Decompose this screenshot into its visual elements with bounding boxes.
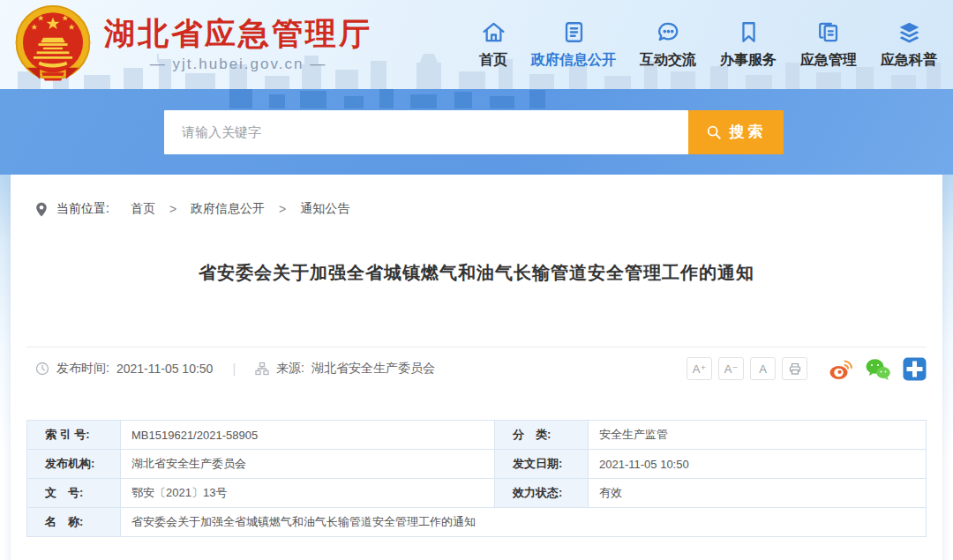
nav-label: 首页 <box>479 51 507 70</box>
breadcrumb-item-gov-info[interactable]: 政府信息公开 <box>191 201 265 217</box>
article-title: 省安委会关于加强全省城镇燃气和油气长输管道安全管理工作的通知 <box>26 261 927 285</box>
weibo-share-icon[interactable] <box>828 356 853 382</box>
nav-label: 应急科普 <box>881 51 937 70</box>
issue-date-value: 2021-11-05 10:50 <box>589 450 927 479</box>
layers-icon <box>897 19 922 45</box>
breadcrumb-label: 当前位置: <box>56 201 109 217</box>
issuing-agency-value: 湖北省安全生产委员会 <box>121 450 495 479</box>
home-icon <box>481 19 507 45</box>
search-icon <box>706 124 722 140</box>
copy-icon <box>816 19 842 45</box>
table-row: 名 称: 省安委会关于加强全省城镇燃气和油气长输管道安全管理工作的通知 <box>27 508 927 537</box>
publish-time: 2021-11-05 10:50 <box>116 362 214 376</box>
nav-item-emergency-mgmt[interactable]: 应急管理 <box>800 19 857 70</box>
location-pin-icon <box>35 202 48 217</box>
site-domain: — yjt.hubei.gov.cn — <box>104 56 372 73</box>
breadcrumb-item-notices[interactable]: 通知公告 <box>300 201 349 217</box>
print-button[interactable] <box>782 357 807 380</box>
breadcrumb-item-home[interactable]: 首页 <box>131 201 155 217</box>
index-number-value: MB1519621/2021-58905 <box>121 421 495 450</box>
nav-label: 政府信息公开 <box>531 51 616 70</box>
breadcrumb-separator: > <box>169 202 176 216</box>
bookmark-icon <box>736 19 762 45</box>
share-buttons <box>828 356 927 382</box>
nav-item-interaction[interactable]: 互动交流 <box>640 19 696 70</box>
article-toolbar: A⁺ A⁻ A <box>687 356 927 382</box>
table-row: 文 号: 鄂安〔2021〕13号 效力状态: 有效 <box>27 479 927 508</box>
nav-item-services[interactable]: 办事服务 <box>720 19 777 70</box>
category-label: 分 类: <box>495 421 589 450</box>
validity-label: 效力状态: <box>495 479 589 508</box>
doc-number-value: 鄂安〔2021〕13号 <box>121 479 495 508</box>
source-value: 湖北省安全生产委员会 <box>311 361 435 377</box>
table-row: 索 引 号: MB1519621/2021-58905 分 类: 安全生产监管 <box>27 421 927 450</box>
document-icon <box>561 19 587 45</box>
search-input[interactable] <box>164 110 688 154</box>
issue-date-label: 发文日期: <box>495 450 589 479</box>
site-title: 湖北省应急管理厅 <box>104 16 372 51</box>
publish-info: 发布时间: 2021-11-05 10:50 | 来源: 湖北省安全生产委员会 <box>26 361 435 377</box>
issuing-agency-label: 发布机构: <box>27 450 121 479</box>
clock-icon <box>35 362 49 376</box>
search-button-label: 搜索 <box>730 122 767 142</box>
font-decrease-button[interactable]: A⁻ <box>718 357 744 380</box>
nav-item-emergency-science[interactable]: 应急科普 <box>881 19 937 70</box>
band-skyline-decoration <box>221 89 556 108</box>
doc-number-label: 文 号: <box>27 479 121 508</box>
nav-label: 应急管理 <box>800 51 857 70</box>
nav-item-gov-info[interactable]: 政府信息公开 <box>531 19 616 70</box>
printer-icon <box>788 362 802 376</box>
validity-value: 有效 <box>589 479 927 508</box>
national-emblem-logo <box>12 4 94 86</box>
font-reset-button[interactable]: A <box>750 357 776 380</box>
article-meta-row: 发布时间: 2021-11-05 10:50 | 来源: 湖北省安全生产委员会 … <box>26 347 927 390</box>
breadcrumb-separator: > <box>279 202 286 216</box>
nav-label: 互动交流 <box>640 51 696 70</box>
wechat-share-icon[interactable] <box>865 356 891 382</box>
meta-separator: | <box>232 362 236 376</box>
doc-name-value: 省安委会关于加强全省城镇燃气和油气长输管道安全管理工作的通知 <box>121 508 927 537</box>
publish-time-label: 发布时间: <box>56 361 109 377</box>
page-background: 当前位置: 首页 > 政府信息公开 > 通知公告 省安委会关于加强全省城镇燃气和… <box>0 175 953 560</box>
search-button[interactable]: 搜索 <box>688 110 784 154</box>
source-sitemap-icon <box>255 362 269 376</box>
document-info-table: 索 引 号: MB1519621/2021-58905 分 类: 安全生产监管 … <box>26 420 927 537</box>
site-header: 湖北省应急管理厅 — yjt.hubei.gov.cn — 首页 政府信息公开 … <box>0 0 953 89</box>
search-band: 搜索 <box>0 89 953 175</box>
main-navigation: 首页 政府信息公开 互动交流 办事服务 应急管理 <box>479 19 953 70</box>
source-label: 来源: <box>276 361 304 377</box>
site-brand: 湖北省应急管理厅 — yjt.hubei.gov.cn — <box>0 4 372 86</box>
font-increase-button[interactable]: A⁺ <box>687 357 712 380</box>
doc-name-label: 名 称: <box>27 508 121 537</box>
index-number-label: 索 引 号: <box>27 421 121 450</box>
article-card: 当前位置: 首页 > 政府信息公开 > 通知公告 省安委会关于加强全省城镇燃气和… <box>11 175 942 560</box>
chat-icon <box>656 19 681 45</box>
breadcrumb: 当前位置: 首页 > 政府信息公开 > 通知公告 <box>26 175 927 217</box>
nav-item-home[interactable]: 首页 <box>479 19 507 70</box>
nav-label: 办事服务 <box>720 51 777 70</box>
category-value: 安全生产监管 <box>589 421 927 450</box>
table-row: 发布机构: 湖北省安全生产委员会 发文日期: 2021-11-05 10:50 <box>27 450 927 479</box>
more-share-icon[interactable] <box>903 357 927 381</box>
